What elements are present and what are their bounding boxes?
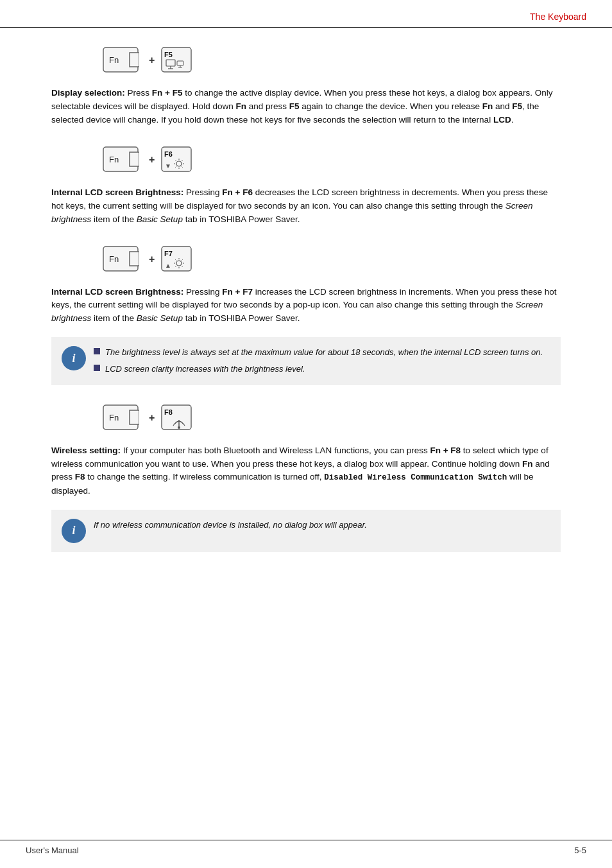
- note-item-1: The brightness level is always set at th…: [94, 346, 550, 359]
- f6-key: F6 ▼: [161, 146, 193, 173]
- svg-rect-14: [130, 153, 139, 166]
- note-text-wireless: If no wireless communication device is i…: [94, 520, 367, 530]
- plus-f8: +: [149, 412, 155, 424]
- svg-text:▼: ▼: [165, 162, 171, 169]
- plus-f5: +: [149, 55, 155, 66]
- note-bullet-1: [94, 348, 100, 354]
- fn-key-f5: Fn: [103, 47, 142, 74]
- note-content-wireless: If no wireless communication device is i…: [94, 519, 550, 532]
- plus-f7: +: [149, 254, 155, 265]
- footer-right: 5-5: [574, 846, 586, 855]
- note-icon-wireless: i: [62, 519, 86, 543]
- svg-text:F6: F6: [164, 150, 173, 158]
- svg-text:F8: F8: [164, 408, 173, 416]
- svg-text:F5: F5: [164, 51, 173, 58]
- footer-left: User's Manual: [26, 846, 79, 855]
- f7-key: F7 ▲: [161, 246, 193, 273]
- svg-text:▲: ▲: [165, 262, 171, 269]
- f8-key: F8: [161, 404, 193, 431]
- brightness-decrease-text: Internal LCD screen Brightness: Pressing…: [51, 186, 561, 227]
- svg-text:Fn: Fn: [109, 55, 119, 65]
- plus-f6: +: [149, 154, 155, 166]
- section-brightness-increase: Fn + F7 ▲ Internal LCD scr: [51, 246, 561, 385]
- key-combo-f8: Fn + F8: [103, 404, 561, 431]
- note-icon-brightness: i: [62, 346, 86, 370]
- note-box-brightness: i The brightness level is always set at …: [51, 337, 561, 385]
- key-combo-f7: Fn + F7 ▲: [103, 246, 561, 273]
- section-wireless-setting: Fn + F8 Wireless setting: If your comput…: [51, 404, 561, 552]
- note-bullet-2: [94, 365, 100, 371]
- brightness-increase-text: Internal LCD screen Brightness: Pressing…: [51, 286, 561, 326]
- f5-key: F5: [161, 47, 193, 74]
- svg-rect-30: [130, 252, 139, 265]
- note-text-2: LCD screen clarity increases with the br…: [105, 363, 305, 376]
- svg-text:Fn: Fn: [109, 413, 119, 422]
- section-brightness-decrease: Fn + F6 ▼ Internal LCD scr: [51, 146, 561, 227]
- note-box-wireless: i If no wireless communication device is…: [51, 510, 561, 552]
- page-footer: User's Manual 5-5: [0, 840, 612, 855]
- svg-rect-2: [130, 53, 139, 66]
- svg-text:F7: F7: [164, 250, 173, 257]
- svg-rect-46: [130, 411, 139, 424]
- key-combo-f6: Fn + F6 ▼: [103, 146, 561, 173]
- svg-point-51: [178, 426, 180, 429]
- note-item-2: LCD screen clarity increases with the br…: [94, 363, 550, 376]
- fn-key-f7: Fn: [103, 246, 142, 273]
- section-display-selection: Fn + F5 Display selection: Press Fn + F5…: [51, 47, 561, 127]
- svg-text:Fn: Fn: [109, 254, 119, 264]
- note-text-1: The brightness level is always set at th…: [105, 346, 543, 359]
- wireless-setting-text: Wireless setting: If your computer has b…: [51, 444, 561, 498]
- display-selection-text: Display selection: Press Fn + F5 to chan…: [51, 87, 561, 127]
- page-content: Fn + F5 Display selection: Press Fn + F5…: [0, 28, 612, 597]
- key-combo-f5: Fn + F5: [103, 47, 561, 74]
- note-content-brightness: The brightness level is always set at th…: [94, 346, 550, 376]
- fn-key-f6: Fn: [103, 146, 142, 173]
- header-title: The Keyboard: [530, 12, 586, 22]
- page-header: The Keyboard: [0, 0, 612, 28]
- fn-key-f8: Fn: [103, 404, 142, 431]
- svg-text:Fn: Fn: [109, 155, 119, 164]
